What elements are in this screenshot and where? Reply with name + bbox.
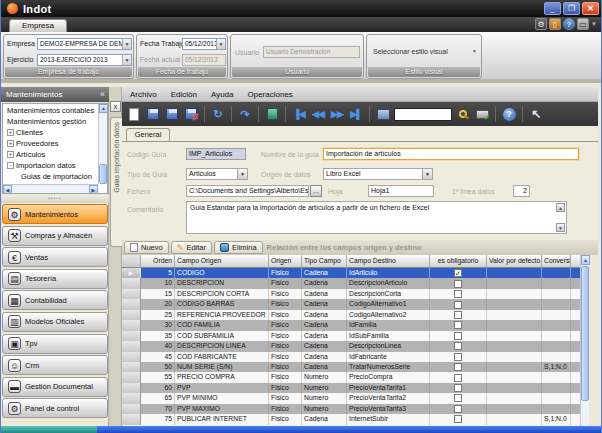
table-row[interactable]: 15DESCRIPCION CORTAFisicoCadenaDescripci… <box>122 289 580 299</box>
tree-item[interactable]: Guias de importación <box>3 171 107 182</box>
print-icon[interactable] <box>474 106 490 122</box>
table-row[interactable]: 55PRECIO COMPRAFisicoNumeroPrecioCompra <box>122 372 580 382</box>
sidebar-button-tesorer-a[interactable]: ▤Tesorería <box>2 269 108 289</box>
grid-vertical-scrollbar[interactable]: ▲ <box>580 255 589 426</box>
tree-item[interactable]: -Importacion datos <box>3 160 107 171</box>
settings-icon[interactable]: ⚙ <box>535 18 547 30</box>
linea-datos-input[interactable]: 2 <box>513 185 530 197</box>
table-row[interactable]: 30COD FAMILIAFisicoCadenaIdFamilia <box>122 320 580 330</box>
row-selector-cell[interactable] <box>122 299 141 309</box>
nav-prev-icon[interactable]: ◀◀ <box>310 106 326 122</box>
sidebar-button-crm[interactable]: ☺Crm <box>2 355 108 375</box>
search-input[interactable] <box>394 108 452 121</box>
row-selector-cell[interactable] <box>122 289 141 299</box>
browse-button[interactable]: ... <box>310 185 322 197</box>
save-cancel-icon[interactable]: ✗ <box>183 106 199 122</box>
fichero-input[interactable]: C:\Documents and Settings\Alberto\Escrit… <box>186 185 309 197</box>
restore-button[interactable]: ❐ <box>563 2 580 15</box>
chevron-down-icon[interactable]: ▼ <box>472 48 477 54</box>
obligatorio-checkbox[interactable] <box>454 332 462 340</box>
grid-column-header[interactable]: Origen <box>269 255 302 267</box>
grid-column-header[interactable]: Orden <box>141 255 175 267</box>
sidebar-button-compras-y-almac-n[interactable]: ⚒Compras y Almacén <box>2 226 108 246</box>
tree-item[interactable]: Mantenimientos gestión <box>3 116 107 127</box>
table-row[interactable]: 35COD SUBFAMILIAFisicoCadenaIdSubFamilia <box>122 331 580 341</box>
sidebar-splitter[interactable]: ••••• <box>1 195 109 203</box>
obligatorio-checkbox[interactable]: ✓ <box>454 269 462 277</box>
hoja-input[interactable]: Hoja1 <box>368 185 434 197</box>
obligatorio-checkbox[interactable] <box>454 342 462 350</box>
save-icon[interactable] <box>145 106 161 122</box>
minimize-button[interactable]: _ <box>544 2 561 15</box>
scroll-up-icon[interactable]: ▲ <box>99 104 108 113</box>
sidebar-button-modelos-oficiales[interactable]: ▥Modelos Oficiales <box>2 312 108 332</box>
table-row[interactable]: 40DESCRIPCION LINEAFisicoCadenaDescripci… <box>122 341 580 351</box>
obligatorio-checkbox[interactable] <box>454 374 462 382</box>
tree-expand-icon[interactable]: + <box>7 151 14 158</box>
row-selector-cell[interactable]: ▶ <box>122 268 141 278</box>
help-icon[interactable]: ? <box>563 18 575 30</box>
scroll-up-icon[interactable]: ▲ <box>556 203 565 212</box>
tab-guias-importacion-datos[interactable]: Guías importación datos <box>110 117 122 247</box>
sidebar-button-gesti-n-documental[interactable]: ▬Gestión Documental <box>2 377 108 397</box>
close-document-icon[interactable]: x <box>110 101 121 112</box>
tree-vertical-scrollbar[interactable]: ▲ <box>98 104 107 184</box>
nav-next-icon[interactable]: ▶▶ <box>329 106 345 122</box>
row-selector-cell[interactable] <box>122 362 141 372</box>
obligatorio-checkbox[interactable] <box>454 290 462 298</box>
display-icon[interactable]: ▭ <box>577 18 589 30</box>
nuevo-button[interactable]: Nuevo <box>124 241 169 254</box>
obligatorio-checkbox[interactable] <box>454 311 462 319</box>
grid-column-header[interactable]: Campo Destino <box>347 255 430 267</box>
table-row[interactable]: 60PVPFisicoNumeroPrecioVentaTarifa1 <box>122 383 580 393</box>
tree-item[interactable]: +Proveedores <box>3 138 107 149</box>
refresh-icon[interactable]: ↻ <box>210 106 226 122</box>
grid-column-header[interactable]: Valor por defecto <box>487 255 542 267</box>
obligatorio-checkbox[interactable] <box>454 384 462 392</box>
help-icon[interactable]: ? <box>501 106 517 122</box>
scroll-down-icon[interactable]: ▼ <box>556 223 565 232</box>
chevron-down-icon[interactable]: ▼ <box>216 39 225 49</box>
chevron-down-icon[interactable]: ▼ <box>422 169 432 179</box>
tree-expand-icon[interactable]: - <box>7 162 14 169</box>
nav-last-icon[interactable]: ▶▌ <box>348 106 364 122</box>
delete-icon[interactable] <box>264 106 280 122</box>
grid-column-header[interactable]: Conversión <box>542 255 571 267</box>
obligatorio-checkbox[interactable] <box>454 415 462 423</box>
new-document-icon[interactable] <box>126 106 142 122</box>
scroll-right-icon[interactable]: ▶ <box>89 185 98 194</box>
row-selector-cell[interactable] <box>122 352 141 362</box>
row-selector-cell[interactable] <box>122 310 141 320</box>
row-selector-cell[interactable] <box>122 383 141 393</box>
origen-datos-combo[interactable]: Libro Excel▼ <box>323 168 433 180</box>
obligatorio-checkbox[interactable] <box>454 394 462 402</box>
grid-column-header[interactable]: es obligatorio <box>430 255 487 267</box>
sidebar-button-contabilidad[interactable]: ▦Contabilidad <box>2 290 108 310</box>
obligatorio-checkbox[interactable] <box>454 363 462 371</box>
row-selector-cell[interactable] <box>122 393 141 403</box>
row-selector-cell[interactable] <box>122 341 141 351</box>
comentario-textarea[interactable]: Guia Estandar para la importación de art… <box>186 201 567 234</box>
chevron-down-icon[interactable]: ▼ <box>122 55 131 65</box>
table-row[interactable]: 10DESCRIPCIONFisicoCadenaDescripcionArti… <box>122 278 580 288</box>
sidebar-button-ventas[interactable]: €Ventas <box>2 247 108 267</box>
lock-icon[interactable]: ▯ <box>549 18 561 30</box>
tipo-guia-combo[interactable]: Articulos▼ <box>186 168 248 180</box>
table-row[interactable]: 50NUM SERIE (S/N)FisicoCadenaTratarNumer… <box>122 362 580 372</box>
empresa-combo[interactable]: DEMO2-EMPRESA DE DEMOSTRACI...▼ <box>37 38 132 50</box>
obligatorio-checkbox[interactable] <box>454 321 462 329</box>
menu-archivo[interactable]: Archivo <box>130 90 157 99</box>
menu-ayuda[interactable]: Ayuda <box>211 90 234 99</box>
tree-item[interactable]: Mantenimientos contables <box>3 105 107 116</box>
grid-column-header[interactable]: Campo Origen <box>175 255 269 267</box>
table-row[interactable]: 25REFERENCIA PROVEEDORFisicoCadenaCodigo… <box>122 310 580 320</box>
editar-button[interactable]: ✎Editar <box>171 241 212 254</box>
chevron-down-icon[interactable]: ▼ <box>591 21 597 27</box>
tree-expand-icon[interactable]: + <box>7 140 14 147</box>
back-icon[interactable]: ↖ <box>528 106 544 122</box>
sidebar-button-panel-de-control[interactable]: ⚙Panel de control <box>2 398 108 418</box>
tree-item[interactable]: +Artículos <box>3 149 107 160</box>
fecha-trabajo-combo[interactable]: 05/12/2013▼ <box>182 38 226 50</box>
scrollbar-thumb[interactable] <box>99 164 107 184</box>
tree-expand-icon[interactable]: + <box>7 129 14 136</box>
